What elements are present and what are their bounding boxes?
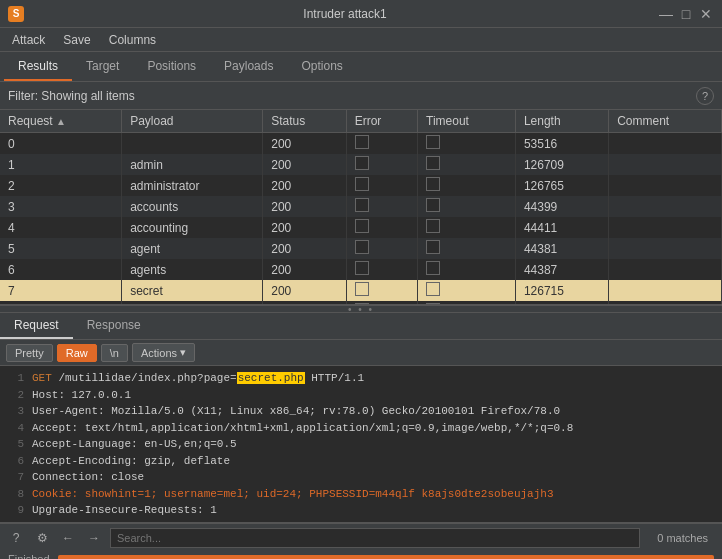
cell-request: 1 [0,154,122,175]
cell-request: 4 [0,217,122,238]
forward-button[interactable]: → [84,528,104,548]
code-line-10: 10 [8,519,714,523]
code-line-9: 9 Upgrade-Insecure-Requests: 1 [8,502,714,519]
col-comment[interactable]: Comment [609,110,722,133]
code-line-5: 5 Accept-Language: en-US,en;q=0.5 [8,436,714,453]
tab-positions[interactable]: Positions [133,53,210,81]
app-icon: S [8,6,24,22]
status-left: ? ⚙ ← → [6,528,640,548]
actions-button[interactable]: Actions ▾ [132,343,195,362]
cell-timeout [418,175,516,196]
cell-length: 53516 [515,133,608,155]
cell-error [346,238,417,259]
status-bar: ? ⚙ ← → 0 matches [0,523,722,551]
cell-payload: agents [122,259,263,280]
cell-length: 44381 [515,238,608,259]
table-row[interactable]: 1 admin 200 126709 [0,154,722,175]
cell-error [346,133,417,155]
tab-target[interactable]: Target [72,53,133,81]
cell-length: 44411 [515,217,608,238]
tab-options[interactable]: Options [287,53,356,81]
maximize-button[interactable]: □ [678,6,694,22]
minimize-button[interactable]: — [658,6,674,22]
cell-error [346,175,417,196]
progress-bar [58,555,714,559]
code-line-7: 7 Connection: close [8,469,714,486]
cell-payload: secret [122,280,263,301]
cell-length: 126715 [515,280,608,301]
filter-label: Filter: Showing all items [8,89,696,103]
cell-payload: agent [122,238,263,259]
tab-request[interactable]: Request [0,313,73,339]
menu-columns[interactable]: Columns [101,31,164,49]
finished-label: Finished [8,553,50,559]
cell-comment [609,217,722,238]
cell-comment [609,154,722,175]
cell-status: 200 [263,175,346,196]
code-editor[interactable]: 1 GET /mutillidae/index.php?page=secret.… [0,366,722,522]
cell-timeout [418,217,516,238]
cell-timeout [418,238,516,259]
cell-payload: accounts [122,196,263,217]
code-line-6: 6 Accept-Encoding: gzip, deflate [8,453,714,470]
cell-timeout [418,133,516,155]
table-row[interactable]: 0 200 53516 [0,133,722,155]
cell-request: 3 [0,196,122,217]
col-status[interactable]: Status [263,110,346,133]
table-row[interactable]: 3 accounts 200 44399 [0,196,722,217]
ln-button[interactable]: \n [101,344,128,362]
pretty-button[interactable]: Pretty [6,344,53,362]
cell-length: 126765 [515,175,608,196]
tab-results[interactable]: Results [4,53,72,81]
help-button[interactable]: ? [6,528,26,548]
cell-comment [609,175,722,196]
search-input[interactable] [110,528,640,548]
tab-response[interactable]: Response [73,313,155,339]
cell-status: 200 [263,154,346,175]
finished-bar: Finished [0,551,722,559]
col-timeout[interactable]: Timeout [418,110,516,133]
progress-fill [58,555,714,559]
raw-button[interactable]: Raw [57,344,97,362]
col-length[interactable]: Length [515,110,608,133]
editor-toolbar: Pretty Raw \n Actions ▾ [0,340,722,366]
table-row[interactable]: 2 administrator 200 126765 [0,175,722,196]
cell-payload [122,133,263,155]
results-table: Request ▲ Payload Status Error Timeout L… [0,110,722,305]
back-button[interactable]: ← [58,528,78,548]
main-tab-bar: Results Target Positions Payloads Option… [0,52,722,82]
cell-request: 7 [0,280,122,301]
cell-error [346,196,417,217]
code-line-1: 1 GET /mutillidae/index.php?page=secret.… [8,370,714,387]
results-table-area: Request ▲ Payload Status Error Timeout L… [0,110,722,305]
cell-comment [609,238,722,259]
cell-length: 44387 [515,259,608,280]
cell-status: 200 [263,280,346,301]
cell-status: 200 [263,133,346,155]
code-line-4: 4 Accept: text/html,application/xhtml+xm… [8,420,714,437]
cell-timeout [418,196,516,217]
close-button[interactable]: ✕ [698,6,714,22]
table-row[interactable]: 6 agents 200 44387 [0,259,722,280]
panel-divider[interactable]: • • • [0,305,722,313]
code-line-2: 2 Host: 127.0.0.1 [8,387,714,404]
menu-attack[interactable]: Attack [4,31,53,49]
col-error[interactable]: Error [346,110,417,133]
col-payload[interactable]: Payload [122,110,263,133]
menu-save[interactable]: Save [55,31,98,49]
cell-payload: accounting [122,217,263,238]
matches-count: 0 matches [649,532,716,544]
table-row[interactable]: 4 accounting 200 44411 [0,217,722,238]
table-row[interactable]: 5 agent 200 44381 [0,238,722,259]
cell-comment [609,259,722,280]
cell-payload: administrator [122,175,263,196]
cell-request: 5 [0,238,122,259]
col-request[interactable]: Request ▲ [0,110,122,133]
settings-button[interactable]: ⚙ [32,528,52,548]
table-row[interactable]: 7 secret 200 126715 [0,280,722,301]
cell-timeout [418,259,516,280]
cell-status: 200 [263,259,346,280]
filter-help-button[interactable]: ? [696,87,714,105]
cell-status: 200 [263,196,346,217]
tab-payloads[interactable]: Payloads [210,53,287,81]
